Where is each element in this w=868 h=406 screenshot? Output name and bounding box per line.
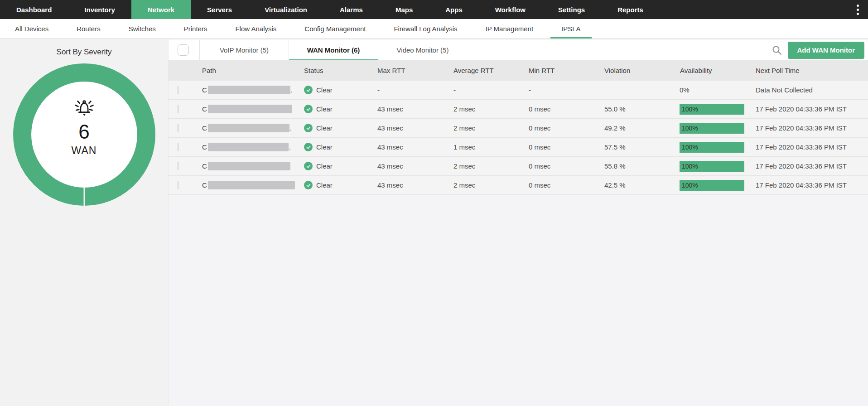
add-wan-monitor-button[interactable]: Add WAN Monitor [788,42,864,59]
tab-wan-monitor[interactable]: WAN Monitor (6) [289,40,378,60]
subnav-all-devices[interactable]: All Devices [1,19,63,38]
clear-status-icon [304,86,313,94]
max-rtt: 43 msec [375,162,451,170]
select-all-checkbox[interactable] [178,44,189,56]
toolbar-spacer [467,40,766,60]
nav-reports[interactable]: Reports [601,0,660,19]
nav-dashboard[interactable]: Dashboard [0,0,68,19]
table-row[interactable]: C Clear 43 msec 2 msec 0 msec 42.5 % 100… [169,176,868,195]
min-rtt: 0 msec [526,181,602,189]
table-row[interactable]: C . Clear - - - 0% Data Not Collected [169,81,868,100]
subnav-ip-management[interactable]: IP Management [471,19,547,38]
availability: 100% [677,142,753,153]
subnav-config-management[interactable]: Config Management [290,19,380,38]
nav-servers[interactable]: Servers [191,0,248,19]
violation: 42.5 % [602,181,677,189]
row-checkbox[interactable] [178,124,178,132]
path-cell[interactable]: C [199,162,301,170]
max-rtt: 43 msec [375,124,451,132]
kebab-menu-icon[interactable] [848,0,868,19]
next-poll-time: Data Not Collected [753,86,868,94]
avg-rtt: 2 msec [451,105,526,113]
violation: 49.2 % [602,124,677,132]
subnav-flow-analysis[interactable]: Flow Analysis [221,19,290,38]
nav-network[interactable]: Network [131,0,191,19]
nav-maps[interactable]: Maps [379,0,429,19]
status-cell: Clear [301,143,375,151]
redacted-path [208,162,290,170]
tab-video-monitor[interactable]: Video Monitor (5) [378,40,467,60]
redacted-path [208,181,295,189]
clear-status-icon [304,143,313,151]
row-checkbox[interactable] [178,143,178,151]
availability-bar: 100% [680,161,744,172]
nav-settings[interactable]: Settings [542,0,601,19]
nav-workflow[interactable]: Workflow [479,0,542,19]
row-checkbox[interactable] [178,181,178,189]
next-poll-time: 17 Feb 2020 04:33:36 PM IST [753,105,868,113]
col-status: Status [301,67,375,74]
col-average-rtt: Average RTT [451,67,526,74]
availability-bar: 100% [680,123,744,134]
violation: 57.5 % [602,143,677,151]
severity-donut-chart[interactable]: 6 WAN [12,62,157,207]
row-checkbox[interactable] [178,162,178,170]
table-row[interactable]: C . Clear 43 msec 1 msec 0 msec 57.5 % 1… [169,138,868,157]
search-icon[interactable] [766,40,788,60]
status-text: Clear [316,143,333,151]
table-header: Path Status Max RTT Average RTT Min RTT … [169,60,868,81]
monitor-toolbar: VoIP Monitor (5) WAN Monitor (6) Video M… [169,40,868,60]
status-text: Clear [316,86,333,94]
table-row[interactable]: C Clear 43 msec 2 msec 0 msec 55.8 % 100… [169,157,868,176]
path-cell[interactable]: C . [199,86,301,94]
severity-sidebar: Sort By Severity 6 [0,39,169,406]
avg-rtt: - [451,86,526,94]
col-min-rtt: Min RTT [526,67,602,74]
path-cell[interactable]: C [199,181,301,189]
sidebar-title: Sort By Severity [0,48,168,57]
col-availability: Availability [677,67,753,74]
min-rtt: 0 msec [526,105,602,113]
min-rtt: 0 msec [526,124,602,132]
nav-inventory[interactable]: Inventory [68,0,131,19]
status-cell: Clear [301,86,375,94]
redacted-path [208,143,289,151]
path-cell[interactable]: C . [199,124,301,132]
avg-rtt: 2 msec [451,181,526,189]
availability: 100% [677,104,753,115]
status-text: Clear [316,162,333,170]
row-checkbox[interactable] [178,105,178,113]
table-row[interactable]: C Clear 43 msec 2 msec 0 msec 55.0 % 100… [169,100,868,119]
avg-rtt: 2 msec [451,162,526,170]
subnav-firewall-log-analysis[interactable]: Firewall Log Analysis [380,19,471,38]
clear-status-icon [304,105,313,113]
clear-status-icon [304,181,313,189]
min-rtt: - [526,86,602,94]
subnav-switches[interactable]: Switches [115,19,170,38]
next-poll-time: 17 Feb 2020 04:33:36 PM IST [753,124,868,132]
status-cell: Clear [301,162,375,170]
avg-rtt: 2 msec [451,124,526,132]
main-panel: VoIP Monitor (5) WAN Monitor (6) Video M… [169,39,868,406]
max-rtt: 43 msec [375,143,451,151]
max-rtt: - [375,86,451,94]
table-row[interactable]: C . Clear 43 msec 2 msec 0 msec 49.2 % 1… [169,119,868,138]
row-checkbox[interactable] [178,86,178,94]
select-all-container [169,40,199,60]
col-next-poll-time: Next Poll Time [753,67,868,74]
subnav-routers[interactable]: Routers [63,19,115,38]
sub-nav: All Devices Routers Switches Printers Fl… [0,19,868,39]
subnav-ipsla[interactable]: IPSLA [547,19,595,38]
col-violation: Violation [602,67,677,74]
tab-voip-monitor[interactable]: VoIP Monitor (5) [199,40,289,60]
max-rtt: 43 msec [375,105,451,113]
path-cell[interactable]: C [199,105,301,113]
col-max-rtt: Max RTT [375,67,451,74]
nav-apps[interactable]: Apps [429,0,479,19]
nav-alarms[interactable]: Alarms [323,0,379,19]
path-cell[interactable]: C . [199,143,301,151]
col-path: Path [199,67,301,74]
subnav-printers[interactable]: Printers [170,19,222,38]
avg-rtt: 1 msec [451,143,526,151]
nav-virtualization[interactable]: Virtualization [248,0,323,19]
